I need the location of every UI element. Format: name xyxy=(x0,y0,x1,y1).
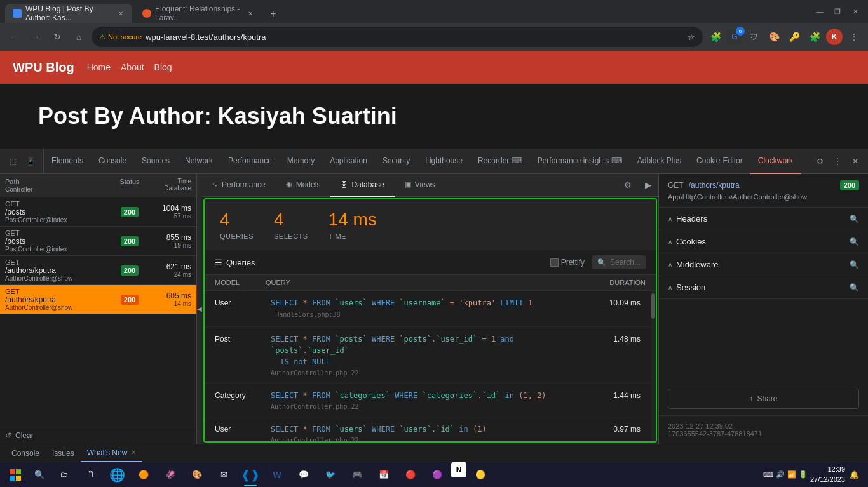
taskbar-vscode-orange[interactable]: 🟠 xyxy=(131,462,156,488)
more-menu-icon[interactable]: ⋮ xyxy=(845,28,863,46)
taskbar-vlc[interactable]: 🟡 xyxy=(468,462,493,488)
prettify-button[interactable]: Prettify xyxy=(550,258,585,267)
device-icon[interactable]: 📱 xyxy=(23,154,38,169)
start-button[interactable] xyxy=(3,462,28,488)
taskbar-twitter[interactable]: 🐦 xyxy=(318,462,343,488)
reload-button[interactable]: ↻ xyxy=(48,28,66,46)
taskbar-notepad[interactable]: 🗒 xyxy=(78,462,103,488)
tab-perf-insights[interactable]: Performance insights ⌨ xyxy=(530,149,630,174)
headers-search-icon[interactable]: 🔍 xyxy=(850,215,859,223)
taskbar-notion-red[interactable]: 🔴 xyxy=(398,462,423,488)
whatsnew-close-icon[interactable]: ✕ xyxy=(131,449,136,456)
taskbar-git[interactable]: 🦑 xyxy=(158,462,183,488)
address-input-wrap[interactable]: ⚠ Not secure wpu-laravel-8.test/authors/… xyxy=(92,27,703,47)
bottom-tab-issues[interactable]: Issues xyxy=(46,444,81,462)
shield-icon[interactable]: 🛡 xyxy=(745,28,763,46)
section-cookies-header[interactable]: ∧ Cookies 🔍 xyxy=(659,230,868,253)
tab-lighthouse[interactable]: Lighthouse xyxy=(417,149,470,174)
cookies-search-icon[interactable]: 🔍 xyxy=(850,237,859,246)
forward-button[interactable]: → xyxy=(27,28,44,46)
color-icon[interactable]: 🎨 xyxy=(765,28,783,46)
inspect-icon[interactable]: ⬚ xyxy=(5,154,20,169)
tab-recorder[interactable]: Recorder ⌨ xyxy=(470,149,530,174)
puzzle-icon[interactable]: 🧩 xyxy=(806,28,824,46)
query-row-1[interactable]: User SELECT * FROM `users` WHERE `userna… xyxy=(205,291,651,327)
panel-scrollbar[interactable] xyxy=(651,291,656,441)
devtools-settings-icon[interactable]: ⚙ xyxy=(812,154,827,169)
section-middleware-header[interactable]: ∧ Middleware 🔍 xyxy=(659,253,868,276)
nav-home[interactable]: Home xyxy=(87,62,111,72)
tab-2[interactable]: Eloquent: Relationships - Larav... ✕ xyxy=(135,4,262,23)
bottom-tab-console[interactable]: Console xyxy=(5,444,46,462)
tab-2-close[interactable]: ✕ xyxy=(246,8,254,18)
extensions-icon[interactable]: 🧩 xyxy=(707,28,724,46)
devtools-close-icon[interactable]: ✕ xyxy=(848,154,863,169)
profile-icon[interactable]: K xyxy=(826,29,843,45)
cw-tab-database[interactable]: 🗄 Database xyxy=(330,174,394,197)
query-row-4[interactable]: User SELECT * FROM `users` WHERE `users`… xyxy=(205,417,651,441)
tab-1[interactable]: WPU Blog | Post By Author: Kas... ✕ xyxy=(5,4,132,23)
share-button[interactable]: ↑ Share xyxy=(668,389,859,409)
taskbar-mail[interactable]: ✉ xyxy=(211,462,236,488)
nav-about[interactable]: About xyxy=(121,62,144,72)
cw-tab-models[interactable]: ◉ Models xyxy=(276,174,331,197)
section-session-header[interactable]: ∧ Session 🔍 xyxy=(659,276,868,298)
tab-application[interactable]: Application xyxy=(322,149,375,174)
tab-security[interactable]: Security xyxy=(375,149,417,174)
session-search-icon[interactable]: 🔍 xyxy=(850,283,859,292)
taskbar-vscode[interactable]: ❰❱ xyxy=(238,462,263,488)
taskbar-php-storm[interactable]: 🟣 xyxy=(424,462,450,488)
taskbar-discord[interactable]: 🎮 xyxy=(344,462,370,488)
tab-elements[interactable]: Elements xyxy=(44,149,91,174)
nav-blog[interactable]: Blog xyxy=(154,62,172,72)
taskbar-figma[interactable]: 🎨 xyxy=(184,462,210,488)
cw-more-icon[interactable]: ▶ xyxy=(638,175,658,196)
search-box[interactable]: 🔍 Search... xyxy=(592,255,646,269)
taskbar-clock[interactable]: 12:39 27/12/2023 xyxy=(810,465,845,484)
request-item-4[interactable]: GET /authors/kputra AuthorController@sho… xyxy=(0,285,196,314)
cw-tab-performance[interactable]: ∿ Performance xyxy=(202,174,276,197)
tab-performance[interactable]: Performance xyxy=(220,149,280,174)
home-button[interactable]: ⌂ xyxy=(70,28,88,46)
back-button[interactable]: ← xyxy=(5,28,23,46)
taskbar-word[interactable]: W xyxy=(264,462,290,488)
query-row-3[interactable]: Category SELECT * FROM `categories` WHER… xyxy=(205,384,651,417)
tab-clockwork[interactable]: Clockwork xyxy=(750,149,801,174)
tab-1-close[interactable]: ✕ xyxy=(117,8,125,18)
left-arrow-icon[interactable]: ◀ xyxy=(197,305,202,312)
cw-settings-icon[interactable]: ⚙ xyxy=(618,175,638,196)
request-item-2[interactable]: GET /posts PostController@index 200 855 … xyxy=(0,227,196,256)
taskbar-calendar[interactable]: 📅 xyxy=(371,462,397,488)
taskbar-volume-icon[interactable]: 🔊 xyxy=(776,470,785,479)
taskbar-notification-icon[interactable]: 🔔 xyxy=(848,469,860,481)
taskbar-battery-icon[interactable]: 🔋 xyxy=(799,470,808,479)
prettify-checkbox[interactable] xyxy=(550,258,559,267)
bottom-tab-whatsnew[interactable]: What's New ✕ xyxy=(81,444,143,462)
maximize-button[interactable]: ❐ xyxy=(830,4,845,19)
taskbar-notion[interactable]: N xyxy=(451,462,466,477)
cw-tab-views[interactable]: ▣ Views xyxy=(395,174,445,197)
clear-button[interactable]: ↺ Clear xyxy=(0,427,196,444)
devtools-more-icon[interactable]: ⋮ xyxy=(830,154,845,169)
taskbar-whatsapp[interactable]: 💬 xyxy=(291,462,316,488)
request-item-1[interactable]: GET /posts PostController@index 200 1004… xyxy=(0,197,196,227)
request-item-3[interactable]: GET /authors/kputra AuthorController@sho… xyxy=(0,256,196,285)
password-icon[interactable]: 🔑 xyxy=(785,28,803,46)
taskbar-file-explorer[interactable]: 🗂 xyxy=(51,462,76,488)
panel-scrollbar-thumb[interactable] xyxy=(651,293,655,319)
taskbar-chrome[interactable]: 🌐 xyxy=(104,462,130,488)
middleware-search-icon[interactable]: 🔍 xyxy=(850,260,859,269)
tab-memory[interactable]: Memory xyxy=(280,149,322,174)
tab-adblock[interactable]: Adblock Plus xyxy=(630,149,689,174)
taskbar-search-button[interactable]: 🔍 xyxy=(28,464,51,486)
taskbar-network-icon[interactable]: 📶 xyxy=(787,470,796,479)
minimize-button[interactable]: — xyxy=(812,4,827,19)
query-row-2[interactable]: Post SELECT * FROM `posts` WHERE `posts`… xyxy=(205,327,651,384)
address-text[interactable]: wpu-laravel-8.test/authors/kputra xyxy=(146,32,684,42)
close-button[interactable]: ✕ xyxy=(848,4,863,19)
section-headers-header[interactable]: ∧ Headers 🔍 xyxy=(659,208,868,230)
tab-console[interactable]: Console xyxy=(91,149,134,174)
companion-icon[interactable]: G 6 xyxy=(727,29,742,44)
tab-sources[interactable]: Sources xyxy=(134,149,177,174)
new-tab-button[interactable]: + xyxy=(264,5,282,23)
